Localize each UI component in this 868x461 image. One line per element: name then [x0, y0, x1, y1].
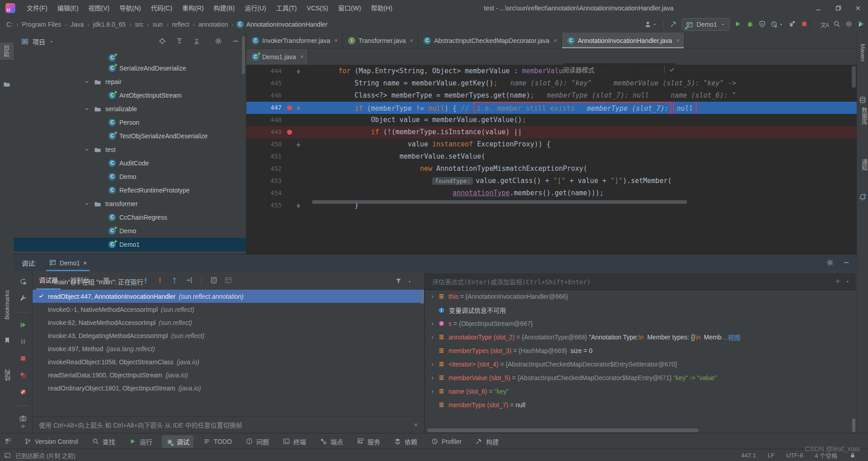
run-configuration-combo[interactable]: Demo1: [682, 18, 730, 31]
stop-button[interactable]: [19, 354, 27, 363]
debugger-settings-button[interactable]: [19, 294, 27, 303]
build-button[interactable]: [670, 20, 678, 29]
tree-item-serializable[interactable]: serializable: [14, 102, 246, 116]
bell-icon[interactable]: [859, 193, 867, 202]
tool-window-button-服务[interactable]: 服务: [353, 435, 384, 448]
code-line-448[interactable]: 448 Object value = memberValue.getValue(…: [246, 114, 857, 126]
tool-button-notifications[interactable]: 通知: [860, 159, 868, 171]
breadcrumb-item[interactable]: annotation: [198, 21, 229, 28]
profiler-button[interactable]: [770, 20, 784, 28]
code-line-447[interactable]: 447 if (memberType != null) { // i.e. me…: [246, 102, 857, 114]
tree-item-ccchainregress[interactable]: CCcChainRegress: [14, 211, 246, 224]
run-button[interactable]: [734, 20, 742, 29]
collapse-all-button[interactable]: [193, 37, 201, 46]
tool-window-button-查找[interactable]: 查找: [88, 435, 119, 448]
hide-debug-button[interactable]: [842, 259, 850, 268]
debug-settings-button[interactable]: [826, 259, 834, 268]
bookmark-icon[interactable]: [3, 336, 11, 344]
stop-button[interactable]: [800, 20, 808, 29]
tool-button-bookmarks[interactable]: Bookmarks: [4, 290, 10, 320]
user-button[interactable]: [644, 20, 657, 28]
code-editor[interactable]: 444 for (Map.Entry<String, Object> membe…: [246, 65, 857, 254]
tree-item-person[interactable]: CPerson: [14, 116, 246, 129]
tree-item-auditcode[interactable]: CAuditCode: [14, 156, 246, 170]
chevron-right-icon[interactable]: [429, 375, 435, 381]
variable-row[interactable]: memberValue (slot_5) = {AbstractInputChe…: [425, 371, 856, 385]
line-ending[interactable]: LF: [768, 452, 774, 459]
code-line-451[interactable]: 451 memberValue.setValue(: [246, 151, 857, 163]
variable-row[interactable]: annotationType (slot_2) = {AnnotationTyp…: [425, 330, 856, 344]
add-watch-icon[interactable]: [834, 278, 841, 286]
menu-item[interactable]: 窗口(W): [333, 0, 366, 16]
status-window-icon[interactable]: [4, 452, 11, 459]
indent-setting[interactable]: 4 个空格: [815, 451, 837, 460]
tree-item-partial[interactable]: C: [14, 53, 246, 61]
tree-item-demo[interactable]: CDemo: [14, 224, 246, 238]
menu-item[interactable]: 构建(B): [209, 0, 240, 16]
breadcrumb-item[interactable]: Program Files: [21, 21, 62, 28]
rerun-button[interactable]: [19, 278, 27, 287]
caret-down-icon[interactable]: [407, 279, 412, 284]
tree-item-serializeanddeserialize[interactable]: CSerializeAndDeserialize: [14, 61, 246, 75]
more-icon[interactable]: »: [14, 422, 33, 429]
coverage-button[interactable]: [758, 20, 766, 29]
frame-row[interactable]: invoke:497, Method(java.lang.reflect): [33, 342, 424, 355]
tree-item-repair[interactable]: repair: [14, 75, 246, 89]
chevron-right-icon[interactable]: [429, 362, 435, 367]
thread-selector[interactable]: "main"@1 在组 "main": 正在运行: [33, 273, 424, 290]
maximize-button[interactable]: [828, 0, 848, 16]
tree-item-antobjectinputstream[interactable]: CAntObjectInputStream: [14, 89, 246, 102]
view-breakpoints-button[interactable]: [19, 371, 27, 380]
project-scrollbar[interactable]: [242, 36, 245, 74]
tree-item-transformer[interactable]: transformer: [14, 197, 246, 211]
tool-window-button-todo[interactable]: TODO: [199, 436, 236, 447]
inspections-ok-icon[interactable]: [668, 66, 676, 74]
menu-item[interactable]: 重构(R): [177, 0, 208, 16]
bookmark-icon[interactable]: [3, 336, 11, 345]
tree-item-demo[interactable]: CDemo: [14, 170, 246, 183]
tool-window-button-运行[interactable]: 运行: [125, 435, 156, 448]
menu-item[interactable]: 导航(N): [114, 0, 146, 16]
breakpoint-check-icon[interactable]: [286, 128, 293, 136]
frame-row[interactable]: readOrdinaryObject:1801, ObjectInputStre…: [33, 381, 424, 395]
menu-item[interactable]: 文件(F): [22, 0, 52, 16]
editor-tab-Demo1.java[interactable]: CDemo1.java×: [246, 49, 308, 65]
tree-item-test[interactable]: test: [14, 143, 246, 156]
breadcrumb-item[interactable]: jdk1.8.0_65: [92, 21, 127, 28]
pause-button[interactable]: [19, 338, 27, 347]
variable-row[interactable]: memberTypes (slot_3) = {HashMap@669} siz…: [425, 344, 856, 358]
folder-tool-icon[interactable]: [3, 80, 11, 89]
tool-button-project[interactable]: 项目: [0, 42, 14, 60]
editor-vertical-scrollbar[interactable]: [852, 66, 856, 88]
code-line-444[interactable]: 444 for (Map.Entry<String, Object> membe…: [246, 65, 857, 77]
breadcrumb-item[interactable]: Java: [70, 21, 85, 28]
menu-item[interactable]: 代码(C): [146, 0, 177, 16]
frame-row[interactable]: readObject:447, AnnotationInvocationHand…: [33, 290, 424, 303]
tool-window-button-端点[interactable]: 端点: [316, 435, 347, 448]
tree-item-testobjserializeanddeserialize[interactable]: CTestObjSerializeAndDeserialize: [14, 129, 246, 143]
variable-row[interactable]: <iterator> (slot_4) = {AbstractInputChec…: [425, 358, 856, 371]
editor-tab-Transformer.java[interactable]: ITransformer.java×: [343, 33, 418, 48]
code-line-452[interactable]: 452 new AnnotationTypeMismatchExceptionP…: [246, 163, 857, 175]
locate-file-button[interactable]: [158, 37, 166, 46]
tool-button-structure[interactable]: 结构: [4, 369, 12, 381]
debug-button[interactable]: [746, 20, 754, 29]
menu-item[interactable]: 运行(U): [240, 0, 271, 16]
breadcrumb-item[interactable]: sun: [152, 21, 164, 28]
frames-scrollbar[interactable]: [420, 291, 424, 304]
frame-row[interactable]: invoke0:-1, NativeMethodAccessorImpl(sun…: [33, 303, 424, 316]
code-line-446[interactable]: 446 Class<?> memberType = memberTypes.ge…: [246, 89, 857, 102]
tool-button-database[interactable]: 数据库: [860, 107, 868, 125]
filter-button[interactable]: [395, 277, 402, 286]
code-line-450[interactable]: 450 value instanceof ExceptionProxy)) {: [246, 138, 857, 151]
menu-item[interactable]: 编辑(E): [52, 0, 84, 16]
caret-position[interactable]: 447:1: [741, 452, 756, 459]
tool-window-button-profiler[interactable]: Profiler: [427, 436, 466, 447]
tool-window-button-终端[interactable]: 终端: [278, 435, 310, 448]
expand-all-button[interactable]: [175, 37, 184, 46]
frame-row[interactable]: invokeReadObject:1058, ObjectStreamClass…: [33, 355, 424, 368]
bell-icon[interactable]: [859, 193, 867, 201]
hide-panel-button[interactable]: [231, 37, 240, 46]
menu-item[interactable]: 帮助(H): [366, 0, 397, 16]
evaluate-expression-field[interactable]: 评估表达式(Enter)或添加监视(Ctrl+Shift+Enter): [425, 273, 856, 290]
